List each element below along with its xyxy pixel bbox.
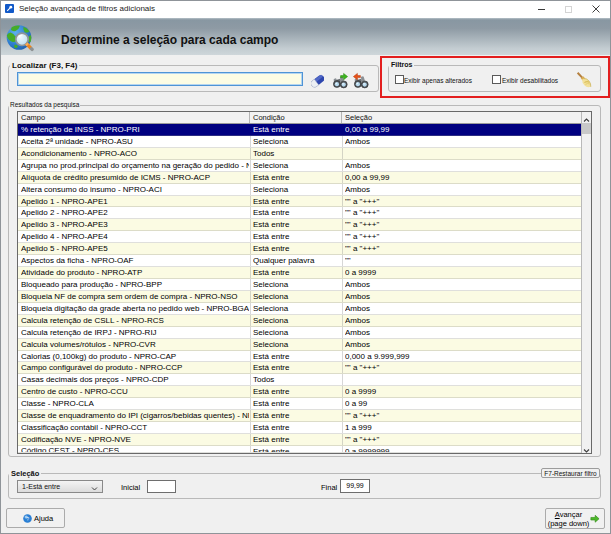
svg-text:?: ? bbox=[26, 516, 29, 522]
